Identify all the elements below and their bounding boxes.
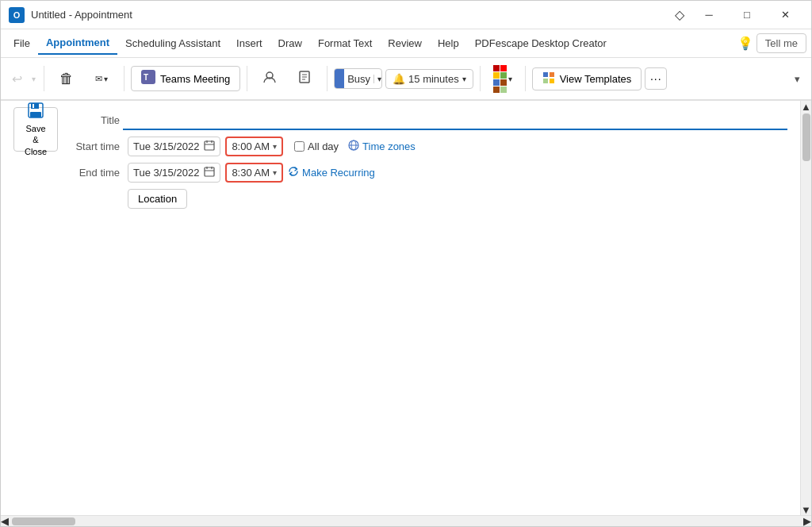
busy-dropdown[interactable]: Busy ▾ xyxy=(334,68,382,89)
email-icon: ✉ xyxy=(95,74,102,84)
maximize-button[interactable]: □ xyxy=(729,1,765,29)
end-time-field[interactable]: 8:30 AM ▾ xyxy=(225,163,283,183)
svg-rect-9 xyxy=(543,79,548,83)
email-button[interactable]: ✉ ▾ xyxy=(86,71,117,87)
menu-file[interactable]: File xyxy=(6,33,38,54)
body-empty-area xyxy=(1,212,800,490)
minimize-button[interactable]: ─ xyxy=(691,1,727,29)
title-input[interactable] xyxy=(123,110,787,130)
scrollbar-bottom[interactable]: ◀ ▶ xyxy=(1,515,811,526)
title-bar: O Untitled - Appointment ◇ ─ □ ✕ xyxy=(1,1,811,29)
teams-icon: T xyxy=(141,70,155,87)
tell-me-label: Tell me xyxy=(765,37,798,49)
app-icon: O xyxy=(9,7,25,23)
menu-help[interactable]: Help xyxy=(430,33,467,54)
body-area: Save&Close Title Start time Tue 3/15/202… xyxy=(1,101,811,515)
save-icon xyxy=(27,102,44,121)
toolbar: ↩ ▾ 🗑 ✉ ▾ T Teams Meeting xyxy=(1,58,811,101)
svg-rect-15 xyxy=(205,141,214,150)
start-date-field[interactable]: Tue 3/15/2022 xyxy=(128,137,220,156)
reminder-value: 15 minutes xyxy=(408,73,459,85)
tell-me-button[interactable]: Tell me xyxy=(756,33,806,53)
svg-rect-14 xyxy=(33,104,34,108)
end-date-field[interactable]: Tue 3/15/2022 xyxy=(128,163,220,183)
time-zones-button[interactable]: Time zones xyxy=(348,140,416,153)
lightbulb-icon: 💡 xyxy=(737,36,753,51)
more-icon: ··· xyxy=(650,72,662,85)
start-time-field[interactable]: 8:00 AM ▾ xyxy=(225,137,283,156)
allday-checkbox-label[interactable]: All day xyxy=(294,140,339,152)
scrollbar-right[interactable]: ▲ ▼ xyxy=(800,101,811,515)
color-arrow-icon: ▾ xyxy=(508,75,512,83)
toolbar-divider-4 xyxy=(327,66,327,91)
busy-arrow-icon: ▾ xyxy=(373,75,381,83)
calendar-icon xyxy=(204,140,215,153)
menu-draw[interactable]: Draw xyxy=(270,33,310,54)
allday-label: All day xyxy=(308,140,339,152)
more-button[interactable]: ··· xyxy=(645,67,667,90)
start-time-arrow: ▾ xyxy=(273,142,277,151)
reminder-dropdown[interactable]: 🔔 15 minutes ▾ xyxy=(385,69,473,89)
start-time-label: Start time xyxy=(67,140,123,152)
toolbar-divider-6 xyxy=(525,66,526,91)
view-templates-button[interactable]: View Templates xyxy=(532,67,642,90)
svg-rect-7 xyxy=(543,72,548,77)
close-button[interactable]: ✕ xyxy=(767,1,803,29)
menu-insert[interactable]: Insert xyxy=(228,33,270,54)
calendar-icon-2 xyxy=(204,166,215,179)
end-time-label: End time xyxy=(67,167,123,179)
toolbar-divider-5 xyxy=(480,66,481,91)
checkbox-area: All day Time zones xyxy=(294,140,416,153)
address-book-button[interactable] xyxy=(289,67,320,91)
menu-format-text[interactable]: Format Text xyxy=(310,33,380,54)
toolbar-divider-1 xyxy=(44,66,44,91)
contact-icon xyxy=(262,70,277,88)
start-time-value: 8:00 AM xyxy=(232,140,270,152)
menu-pdfescape[interactable]: PDFescape Desktop Creator xyxy=(467,33,615,54)
teams-meeting-button[interactable]: T Teams Meeting xyxy=(131,66,240,91)
recurring-icon xyxy=(288,166,299,179)
menu-appointment[interactable]: Appointment xyxy=(38,32,117,55)
menu-bar: File Appointment Scheduling Assistant In… xyxy=(1,29,811,58)
svg-rect-13 xyxy=(30,112,41,117)
allday-checkbox[interactable] xyxy=(294,141,304,152)
expand-button[interactable]: ▾ xyxy=(789,71,805,87)
end-date-value: Tue 3/15/2022 xyxy=(133,167,199,179)
toolbar-divider-2 xyxy=(124,66,124,91)
save-close-button[interactable]: Save&Close xyxy=(13,107,58,152)
body-content: Save&Close Title Start time Tue 3/15/202… xyxy=(1,101,800,515)
menu-review[interactable]: Review xyxy=(380,33,430,54)
scrollbar-thumb[interactable] xyxy=(802,113,810,161)
view-templates-label: View Templates xyxy=(560,73,632,85)
svg-text:T: T xyxy=(144,73,148,82)
busy-label: Busy xyxy=(347,73,370,85)
end-time-arrow: ▾ xyxy=(273,168,277,177)
globe-icon xyxy=(348,140,359,153)
make-recurring-button[interactable]: Make Recurring xyxy=(288,166,375,179)
end-time-row: End time Tue 3/15/2022 8:30 AM ▾ xyxy=(67,160,787,186)
address-book-icon xyxy=(297,70,312,88)
delete-button[interactable]: 🗑 xyxy=(51,67,82,90)
location-button[interactable]: Location xyxy=(128,189,187,209)
color-grid xyxy=(493,65,507,93)
menu-scheduling[interactable]: Scheduling Assistant xyxy=(117,33,228,54)
view-templates-icon xyxy=(542,71,555,87)
bottom-scrollbar-thumb[interactable] xyxy=(12,517,75,525)
title-row: Title xyxy=(67,107,787,133)
form-area: Save&Close Title Start time Tue 3/15/202… xyxy=(1,101,800,212)
bell-icon: 🔔 xyxy=(393,73,405,85)
teams-meeting-label: Teams Meeting xyxy=(160,73,230,85)
form-fields: Title Start time Tue 3/15/2022 xyxy=(67,107,787,212)
contact-button[interactable] xyxy=(254,67,285,91)
color-button[interactable]: ▾ xyxy=(487,62,519,96)
svg-rect-8 xyxy=(550,72,554,77)
svg-rect-12 xyxy=(31,103,39,109)
time-zones-label: Time zones xyxy=(362,140,416,152)
undo-dropdown[interactable]: ▾ xyxy=(30,73,37,85)
window-title: Untitled - Appointment xyxy=(31,9,668,21)
undo-button[interactable]: ↩ xyxy=(7,68,27,90)
svg-rect-10 xyxy=(550,79,554,83)
save-close-label: Save&Close xyxy=(25,123,47,157)
busy-color-indicator xyxy=(335,69,344,88)
delete-icon: 🗑 xyxy=(59,71,74,87)
